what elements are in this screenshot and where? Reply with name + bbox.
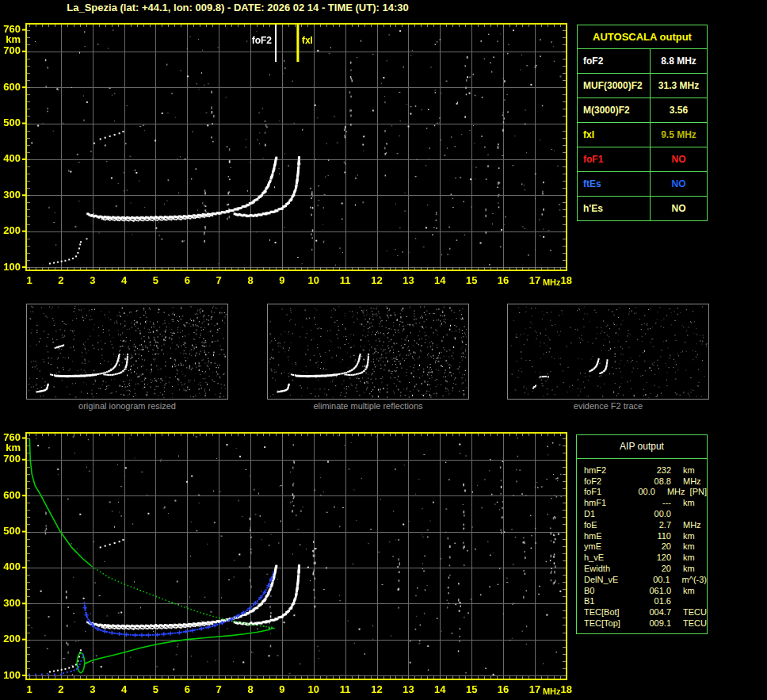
aip-cell: MHz bbox=[683, 476, 701, 486]
autoscala-row-ftEs: ftEsNO bbox=[578, 171, 707, 196]
aip-cell: 110 bbox=[636, 531, 671, 541]
thumbnail-caption-evidence: evidence F2 trace bbox=[507, 401, 709, 411]
aip-row-DelN_vE: DelN_vE00.1m^(-3) bbox=[584, 574, 707, 585]
aip-cell: 004.7 bbox=[636, 607, 671, 617]
aip-cell: hmF1 bbox=[584, 498, 636, 507]
aip-cell: MHz [PN] bbox=[667, 487, 707, 496]
autoscala-label: fxI bbox=[578, 123, 651, 147]
autoscala-output-table: AUTOSCALA output foF28.8 MHzMUF(3000)F23… bbox=[577, 25, 708, 221]
autoscala-label: M(3000)F2 bbox=[578, 98, 651, 122]
aip-cell: 120 bbox=[636, 553, 671, 562]
thumbnail-caption-original: original ionogram resized bbox=[26, 401, 228, 411]
autoscala-value: NO bbox=[651, 154, 707, 165]
station-title: La_Spezia (lat: +44.1, lon: 009.8) - DAT… bbox=[0, 2, 475, 13]
aip-row-foE: foE2.7MHz bbox=[584, 519, 707, 530]
aip-row-B1: B101.6 bbox=[584, 596, 707, 607]
autoscala-label: foF1 bbox=[578, 147, 651, 171]
autoscala-row-fxI: fxI9.5 MHz bbox=[578, 122, 707, 147]
aip-row-ymE: ymE20km bbox=[584, 541, 707, 553]
aip-cell: km bbox=[683, 465, 695, 475]
autoscala-value: 9.5 MHz bbox=[651, 129, 707, 140]
thumbnail-eliminate-reflections bbox=[267, 304, 469, 400]
aip-cell: foF2 bbox=[584, 476, 636, 486]
autoscala-value: 3.56 bbox=[651, 105, 707, 116]
autoscala-table-rows: foF28.8 MHzMUF(3000)F231.3 MHzM(3000)F23… bbox=[578, 48, 707, 220]
aip-row-hmF1: hmF1---km bbox=[584, 497, 707, 508]
autoscala-row-MUF(3000)F2: MUF(3000)F231.3 MHz bbox=[578, 73, 707, 98]
aip-cell: 01.6 bbox=[636, 596, 671, 606]
autoscala-value: 31.3 MHz bbox=[651, 80, 707, 91]
aip-row-foF1: foF100.0MHz [PN] bbox=[584, 487, 707, 498]
aip-cell: 00.0 bbox=[627, 487, 655, 496]
autoscala-label: foF2 bbox=[578, 49, 651, 73]
aip-row-hmE: hmE110km bbox=[584, 530, 707, 541]
aip-cell: km bbox=[683, 586, 695, 595]
aip-table-title: AIP output bbox=[577, 435, 707, 459]
aip-cell: ymE bbox=[584, 541, 636, 551]
aip-cell: h_vE bbox=[584, 553, 636, 562]
top-ionogram-chart bbox=[0, 20, 578, 289]
autoscala-window: La_Spezia (lat: +44.1, lon: 009.8) - DAT… bbox=[0, 0, 767, 700]
autoscala-row-M(3000)F2: M(3000)F23.56 bbox=[578, 98, 707, 122]
aip-cell: TECU bbox=[683, 618, 707, 628]
thumbnail-evidence-canvas bbox=[508, 304, 708, 399]
autoscala-row-h'Es: h'EsNO bbox=[578, 196, 707, 220]
autoscala-row-foF2: foF28.8 MHz bbox=[578, 48, 707, 73]
autoscala-label: h'Es bbox=[578, 197, 651, 220]
aip-cell: 061.0 bbox=[636, 586, 671, 595]
aip-cell: 00.1 bbox=[635, 575, 670, 584]
aip-cell: B0 bbox=[584, 586, 636, 595]
aip-row-hmF2: hmF2232km bbox=[584, 465, 707, 476]
aip-row-foF2: foF208.8MHz bbox=[584, 476, 707, 487]
aip-output-table: AIP output hmF2232kmfoF208.8MHzfoF100.0M… bbox=[576, 434, 708, 634]
aip-cell: 00.0 bbox=[636, 509, 671, 518]
aip-cell: km bbox=[683, 498, 695, 507]
autoscala-label: MUF(3000)F2 bbox=[578, 74, 651, 98]
aip-row-B0: B0061.0km bbox=[584, 585, 707, 596]
aip-cell: 009.1 bbox=[636, 618, 671, 628]
autoscala-label: ftEs bbox=[578, 172, 651, 196]
aip-cell: 08.8 bbox=[636, 476, 671, 486]
aip-row-TEC[Top]: TEC[Top]009.1TECU bbox=[584, 618, 707, 629]
aip-cell: hmF2 bbox=[584, 465, 636, 475]
thumbnail-original-ionogram bbox=[26, 304, 228, 400]
aip-cell: TECU bbox=[683, 607, 707, 617]
aip-cell: m^(-3) bbox=[682, 575, 707, 584]
aip-cell: 20 bbox=[636, 541, 671, 551]
aip-cell: hmE bbox=[584, 531, 636, 541]
aip-cell: 232 bbox=[636, 465, 671, 475]
aip-row-h_vE: h_vE120km bbox=[584, 552, 707, 563]
aip-cell: MHz bbox=[683, 520, 701, 530]
aip-cell: km bbox=[683, 541, 695, 551]
aip-row-TEC[Bot]: TEC[Bot]004.7TECU bbox=[584, 606, 707, 618]
aip-cell: 2.7 bbox=[636, 520, 671, 530]
aip-cell: foF1 bbox=[584, 487, 627, 496]
bottom-profile-chart bbox=[0, 429, 578, 698]
aip-cell: km bbox=[683, 564, 695, 573]
aip-cell: foE bbox=[584, 520, 636, 530]
thumbnail-evidence-f2 bbox=[507, 304, 709, 400]
aip-cell: TEC[Bot] bbox=[584, 607, 636, 617]
aip-cell: km bbox=[683, 553, 695, 562]
aip-cell: DelN_vE bbox=[584, 575, 635, 584]
aip-row-Ewidth: Ewidth20km bbox=[584, 563, 707, 574]
aip-cell: TEC[Top] bbox=[584, 618, 636, 628]
autoscala-value: 8.8 MHz bbox=[651, 55, 707, 67]
autoscala-value: NO bbox=[651, 178, 707, 189]
autoscala-row-foF1: foF1NO bbox=[578, 147, 707, 171]
aip-cell: Ewidth bbox=[584, 564, 636, 573]
thumbnail-eliminate-canvas bbox=[268, 304, 468, 399]
aip-cell: km bbox=[683, 531, 695, 541]
aip-table-rows: hmF2232kmfoF208.8MHzfoF100.0MHz [PN]hmF1… bbox=[577, 459, 707, 633]
thumbnail-original-canvas bbox=[27, 304, 227, 399]
autoscala-table-title: AUTOSCALA output bbox=[578, 25, 707, 48]
aip-cell: D1 bbox=[584, 509, 636, 518]
autoscala-value: NO bbox=[651, 203, 707, 214]
aip-cell: --- bbox=[636, 498, 671, 507]
thumbnail-caption-eliminate: eliminate multiple reflections bbox=[267, 401, 469, 411]
aip-cell: 20 bbox=[636, 564, 671, 573]
aip-cell: B1 bbox=[584, 596, 636, 606]
aip-row-D1: D100.0 bbox=[584, 508, 707, 519]
